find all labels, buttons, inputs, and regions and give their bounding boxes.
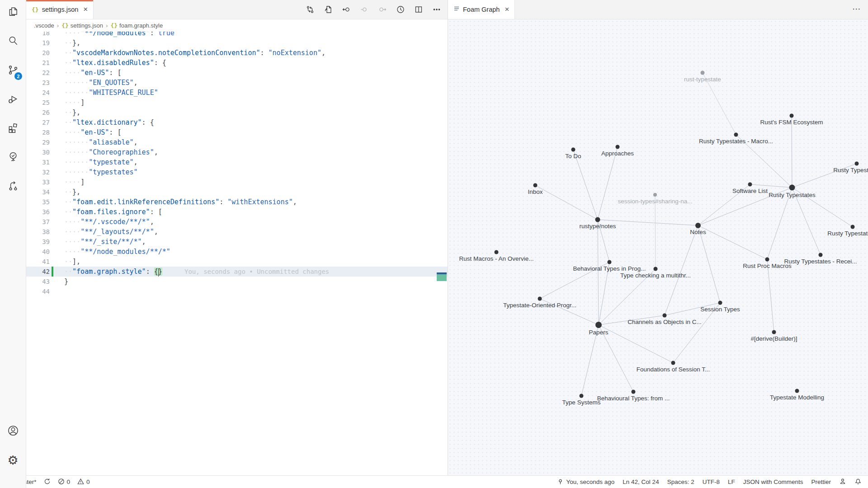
code-line[interactable]: 24······"WHITESPACE_RULE" — [26, 88, 448, 98]
status-indentation[interactable]: Spaces: 2 — [667, 479, 694, 485]
code-line[interactable]: 19··}, — [26, 38, 448, 48]
graph-node-btp[interactable] — [608, 260, 612, 264]
graph-node-label: Foundations of Session T... — [637, 366, 710, 373]
code-line[interactable]: 39····"**/_site/**/*", — [26, 237, 448, 247]
code-line[interactable]: 33····] — [26, 177, 448, 187]
split-editor-icon — [414, 8, 423, 15]
graph-node-tc[interactable] — [654, 267, 658, 271]
code-line[interactable]: 27··"ltex.dictionary": { — [26, 117, 448, 127]
previous-change-button[interactable] — [342, 5, 351, 14]
graph-node-rpm[interactable] — [765, 258, 769, 262]
graph-node-rtrec[interactable] — [819, 253, 823, 257]
graph-node-hub[interactable] — [789, 185, 795, 191]
graph-node-tm[interactable] — [795, 389, 799, 393]
graph-node-papers[interactable] — [595, 322, 602, 328]
graph-node-btf[interactable] — [632, 390, 636, 394]
code-line[interactable]: 20··"vscodeMarkdownNotes.noteCompletionC… — [26, 48, 448, 58]
tab-settings-json[interactable]: {} settings.json × — [26, 0, 94, 19]
code-line[interactable]: 32······"typestates" — [26, 167, 448, 177]
graph-node-soft[interactable] — [748, 183, 752, 187]
graph-node-sess[interactable] — [653, 193, 657, 197]
code-line[interactable]: 37····"**/.vscode/**/*", — [26, 217, 448, 227]
graph-node-found[interactable] — [671, 361, 675, 365]
status-language-mode[interactable]: JSON with Comments — [743, 479, 803, 485]
graph-node-appr[interactable] — [616, 145, 620, 149]
code-line[interactable]: 41··], — [26, 257, 448, 267]
line-number: 29 — [26, 137, 50, 147]
code-line[interactable]: 25····] — [26, 98, 448, 108]
status-feedback[interactable] — [839, 478, 846, 486]
status-label: 0 — [67, 479, 71, 485]
graph-node-ch[interactable] — [663, 314, 667, 318]
code-line[interactable]: 43} — [26, 277, 448, 286]
graph-node-rt[interactable] — [701, 71, 705, 75]
status-problems-warnings[interactable]: 0 — [77, 478, 90, 486]
status-cursor-position[interactable]: Ln 42, Col 24 — [623, 479, 659, 485]
graph-node-fsm[interactable] — [790, 114, 794, 118]
activity-extensions-button[interactable] — [0, 117, 26, 141]
status-formatter[interactable]: Prettier — [811, 479, 831, 485]
graph-canvas[interactable]: rust-typestateRust's FSM EcosystemRusty … — [448, 19, 868, 475]
code-editor[interactable]: 18····"**/node_modules": true19··},20··"… — [26, 32, 448, 475]
code-line[interactable]: 40····"**/node_modules/**/*" — [26, 247, 448, 257]
breadcrumb-item[interactable]: .vscode — [34, 22, 54, 29]
code-line[interactable]: 23······"EN_QUOTES", — [26, 78, 448, 88]
code-line[interactable]: 30······"Choreographies", — [26, 147, 448, 157]
graph-node-label: session-types#sharing-na... — [618, 198, 692, 205]
graph-node-rm[interactable] — [495, 250, 499, 254]
graph-node-top[interactable] — [538, 297, 542, 301]
status-encoding[interactable]: UTF-8 — [703, 479, 720, 485]
activity-explorer-button[interactable] — [0, 1, 26, 24]
code-line[interactable]: 38····"**/_layouts/**/*", — [26, 227, 448, 237]
code-line[interactable]: 29······"aliasable", — [26, 137, 448, 147]
code-line[interactable]: 26··}, — [26, 108, 448, 117]
timeline-button[interactable] — [396, 5, 405, 14]
code-line[interactable]: 22····"en-US": [ — [26, 68, 448, 78]
breadcrumb-item[interactable]: {}settings.json — [61, 22, 103, 29]
code-line[interactable]: 31······"typestate", — [26, 157, 448, 167]
activity-search-button[interactable] — [0, 30, 26, 53]
graph-node-todo[interactable] — [571, 148, 576, 152]
activity-testing-button[interactable] — [0, 146, 26, 169]
status-notifications[interactable] — [854, 478, 862, 486]
code-line[interactable]: 28····"en-US": [ — [26, 127, 448, 137]
activity-source-control-button[interactable]: 2 — [0, 59, 26, 83]
line-number: 28 — [26, 127, 50, 137]
activity-settings-button[interactable]: ⚙ — [0, 449, 26, 472]
graph-node-der[interactable] — [772, 330, 776, 334]
status-problems-errors[interactable]: 0 — [58, 478, 71, 486]
graph-node-label: Notes — [690, 229, 706, 235]
graph-node-rtc[interactable] — [851, 225, 855, 229]
compare-changes-icon — [306, 8, 315, 15]
activity-run-debug-button[interactable] — [0, 88, 26, 112]
open-preview-button[interactable] — [324, 5, 333, 14]
graph-node-label: Software List — [732, 188, 768, 194]
close-icon[interactable]: × — [83, 5, 88, 14]
more-actions-icon[interactable]: ⋯ — [852, 4, 862, 14]
tab-foam-graph[interactable]: Foam Graph × — [448, 0, 515, 19]
graph-node-notes[interactable] — [695, 223, 701, 228]
split-editor-button[interactable] — [414, 5, 423, 14]
activity-git-graph-button[interactable] — [0, 175, 26, 198]
graph-node-inbox[interactable] — [533, 183, 538, 188]
open-changes-button[interactable] — [306, 5, 315, 14]
code-line[interactable]: 42··"foam.graph.style": {}You, seconds a… — [26, 267, 448, 277]
graph-node-ts[interactable] — [580, 394, 584, 398]
status-sync-button[interactable] — [44, 478, 51, 486]
breadcrumb-item[interactable]: {}foam.graph.style — [110, 22, 163, 29]
code-line[interactable]: 36··"foam.files.ignore": [ — [26, 207, 448, 217]
status-blame-status[interactable]: You, seconds ago — [557, 478, 614, 486]
code-line[interactable]: 18····"**/node_modules": true — [26, 32, 448, 38]
graph-node-rn[interactable] — [595, 217, 600, 222]
graph-node-rtr[interactable] — [855, 162, 859, 166]
close-icon[interactable]: × — [505, 5, 509, 14]
graph-node-st[interactable] — [718, 301, 722, 305]
more-actions-button[interactable] — [432, 5, 441, 14]
activity-account-button[interactable] — [0, 420, 26, 443]
code-line[interactable]: 44 — [26, 286, 448, 296]
code-line[interactable]: 34··}, — [26, 187, 448, 197]
graph-node-rtm[interactable] — [734, 133, 738, 137]
code-line[interactable]: 35··"foam.edit.linkReferenceDefinitions"… — [26, 197, 448, 207]
code-line[interactable]: 21··"ltex.disabledRules": { — [26, 58, 448, 68]
status-eol[interactable]: LF — [728, 479, 735, 485]
